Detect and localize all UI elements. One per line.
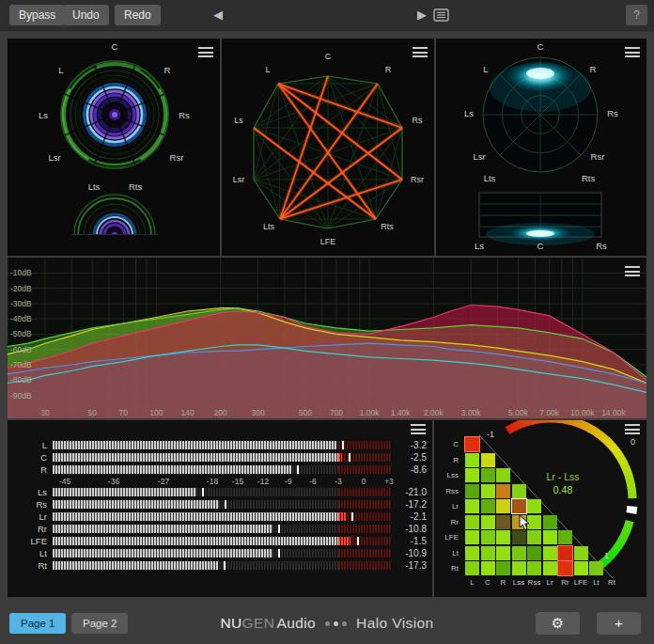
svg-text:L: L <box>483 64 488 74</box>
gauge-label-pos: 1 <box>604 551 609 560</box>
matrix-cell[interactable] <box>543 561 557 575</box>
matrix-cell[interactable] <box>465 468 479 482</box>
matrix-row-label: Lss <box>436 471 459 479</box>
polar-scope: CLRLsRsLsrRsrLtsRtsLsCRs <box>436 39 646 256</box>
meter-channel-label: Lr <box>8 511 47 522</box>
panel-menu-icon[interactable] <box>413 47 428 59</box>
matrix-cell[interactable] <box>496 484 510 498</box>
matrix-cell[interactable] <box>481 499 495 513</box>
matrix-cell[interactable] <box>574 561 588 575</box>
matrix-cell[interactable] <box>512 561 526 575</box>
svg-text:700: 700 <box>330 408 343 417</box>
matrix-cell[interactable] <box>465 546 479 560</box>
matrix-cell[interactable] <box>543 530 557 544</box>
matrix-cell[interactable] <box>527 499 541 513</box>
matrix-cell[interactable] <box>465 484 479 498</box>
svg-text:Ls: Ls <box>234 116 243 125</box>
bypass-button[interactable]: Bypass <box>9 5 65 25</box>
matrix-row-label: LFE <box>436 533 459 542</box>
matrix-cell[interactable] <box>512 530 526 544</box>
meter-row: Lt-10.9 <box>8 549 432 558</box>
matrix-cell[interactable] <box>527 561 541 575</box>
meter-bar <box>53 488 392 496</box>
meter-channel-label: L <box>8 440 47 450</box>
matrix-cell[interactable] <box>481 468 495 482</box>
settings-button[interactable]: ⚙ <box>536 612 580 635</box>
panel-menu-icon[interactable] <box>625 47 640 59</box>
matrix-cell[interactable] <box>512 499 526 513</box>
matrix-cell[interactable] <box>589 561 603 575</box>
meter-value: -17.2 <box>385 499 427 510</box>
matrix-cell[interactable] <box>481 515 495 529</box>
svg-text:500: 500 <box>299 408 312 417</box>
matrix-cell[interactable] <box>496 499 510 513</box>
matrix-cell[interactable] <box>481 546 495 560</box>
svg-text:C: C <box>112 41 118 52</box>
matrix-cell[interactable] <box>465 437 479 451</box>
matrix-cell[interactable] <box>496 530 510 544</box>
matrix-cell[interactable] <box>496 515 510 529</box>
matrix-cell[interactable] <box>558 530 572 544</box>
matrix-cell[interactable] <box>496 561 510 575</box>
svg-text:100: 100 <box>149 408 163 417</box>
matrix-cell[interactable] <box>465 530 479 544</box>
help-button[interactable]: ? <box>626 5 647 25</box>
add-panel-button[interactable]: + <box>597 612 641 635</box>
list-glyph <box>433 8 449 22</box>
correlation-heatmap: LCRLssRssLrRrLFELtRtCRLssRssLrRrLFELtRt <box>434 420 646 597</box>
matrix-cell[interactable] <box>481 484 495 498</box>
matrix-cell[interactable] <box>496 546 510 560</box>
meter-channel-label: Ls <box>8 487 47 497</box>
svg-text:7.00k: 7.00k <box>539 408 560 417</box>
matrix-row-label: Lt <box>436 549 459 558</box>
svg-text:Rts: Rts <box>582 173 596 183</box>
meter-channel-label: Rs <box>8 499 47 510</box>
matrix-cell[interactable] <box>465 515 479 529</box>
svg-text:Rs: Rs <box>596 241 607 251</box>
matrix-cell[interactable] <box>574 546 588 560</box>
matrix-cell[interactable] <box>465 453 479 467</box>
svg-text:C: C <box>325 52 332 61</box>
meter-row: Lr-2.1 <box>8 512 432 522</box>
matrix-row-label: Rt <box>436 564 459 573</box>
svg-text:-70dB: -70dB <box>10 360 32 369</box>
meter-value: -3.2 <box>385 440 427 450</box>
svg-text:1.00k: 1.00k <box>360 408 381 417</box>
previous-preset-icon[interactable]: ◀ <box>213 8 223 22</box>
matrix-cell[interactable] <box>496 468 510 482</box>
svg-text:-20dB: -20dB <box>10 284 32 293</box>
matrix-cell[interactable] <box>481 561 495 575</box>
matrix-cell[interactable] <box>543 515 557 529</box>
svg-text:-30dB: -30dB <box>10 299 32 308</box>
page2-tab[interactable]: Page 2 <box>71 613 128 634</box>
panel-menu-icon[interactable] <box>411 424 426 436</box>
matrix-cell[interactable] <box>543 546 557 560</box>
meter-bar <box>53 512 392 521</box>
undo-button[interactable]: Undo <box>63 5 109 25</box>
meter-value: -2.5 <box>385 452 427 463</box>
panel-menu-icon[interactable] <box>625 424 640 436</box>
svg-text:Rsr: Rsr <box>411 175 424 184</box>
matrix-row-label: R <box>436 456 459 464</box>
matrix-cell[interactable] <box>481 453 495 467</box>
next-preset-icon[interactable]: ▶ <box>417 8 427 22</box>
meter-scale: -45-36-27-18-15-12-9-6-30+3 <box>53 477 392 487</box>
meter-channel-label: R <box>8 464 47 475</box>
matrix-cell[interactable] <box>558 561 572 575</box>
matrix-cell[interactable] <box>527 546 541 560</box>
svg-text:-60dB: -60dB <box>10 345 32 354</box>
matrix-cell[interactable] <box>527 530 541 544</box>
meter-channel-label: Rr <box>8 524 47 534</box>
panel-menu-icon[interactable] <box>625 266 640 278</box>
matrix-cell[interactable] <box>558 546 572 560</box>
matrix-cell[interactable] <box>465 499 479 513</box>
matrix-cell[interactable] <box>481 530 495 544</box>
preset-list-icon[interactable] <box>433 8 449 25</box>
panel-menu-icon[interactable] <box>198 47 213 59</box>
page1-tab[interactable]: Page 1 <box>9 613 66 634</box>
spectrum-analyzer-panel: -10dB-20dB-30dB-40dB-50dB-60dB-70dB-80dB… <box>8 258 646 418</box>
svg-text:L: L <box>58 65 63 75</box>
matrix-cell[interactable] <box>465 561 479 575</box>
redo-button[interactable]: Redo <box>115 5 161 25</box>
matrix-cell[interactable] <box>512 546 526 560</box>
